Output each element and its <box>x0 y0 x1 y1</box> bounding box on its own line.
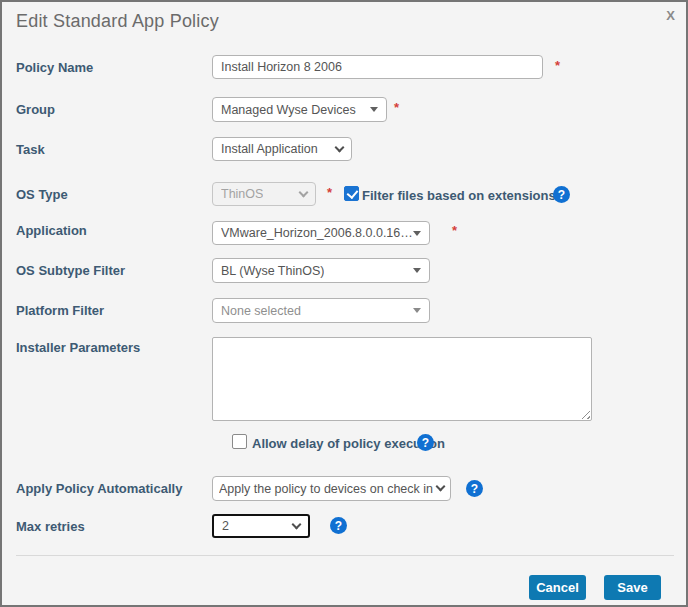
application-label: Application <box>16 223 87 238</box>
group-dropdown[interactable]: Managed Wyse Devices <box>212 97 387 122</box>
os-type-select-value: ThinOS <box>221 187 263 201</box>
filter-files-checkbox[interactable] <box>344 186 359 201</box>
os-type-select: ThinOS <box>212 182 316 206</box>
edit-standard-app-policy-dialog: Edit Standard App Policy X Policy Name *… <box>0 0 688 607</box>
chevron-down-icon <box>436 482 446 492</box>
caret-down-icon <box>413 231 421 236</box>
os-type-required-asterisk: * <box>327 185 332 200</box>
platform-filter-dropdown[interactable]: None selected <box>212 298 430 323</box>
apply-policy-help-icon[interactable]: ? <box>466 480 483 497</box>
caret-down-icon <box>413 308 421 313</box>
task-label: Task <box>16 142 45 157</box>
policy-name-label: Policy Name <box>16 60 93 75</box>
os-subtype-filter-value: BL (Wyse ThinOS) <box>221 264 324 278</box>
apply-policy-label: Apply Policy Automatically <box>16 481 182 496</box>
chevron-down-icon <box>299 187 309 197</box>
filter-files-help-icon[interactable]: ? <box>553 186 570 203</box>
os-subtype-filter-label: OS Subtype Filter <box>16 263 125 278</box>
allow-delay-help-icon[interactable]: ? <box>417 434 434 451</box>
allow-delay-checkbox[interactable] <box>232 434 247 449</box>
group-label: Group <box>16 102 55 117</box>
allow-delay-label: Allow delay of policy execution <box>252 436 445 451</box>
application-dropdown[interactable]: VMware_Horizon_2006.8.0.0.1652 <box>212 221 430 245</box>
application-dropdown-value: VMware_Horizon_2006.8.0.0.1652 <box>221 226 413 240</box>
platform-filter-value: None selected <box>221 304 301 318</box>
platform-filter-label: Platform Filter <box>16 303 104 318</box>
close-icon[interactable]: X <box>666 9 675 23</box>
caret-down-icon <box>370 107 378 112</box>
save-button[interactable]: Save <box>604 575 661 600</box>
footer-divider <box>16 555 674 556</box>
max-retries-label: Max retries <box>16 519 85 534</box>
apply-policy-select-value: Apply the policy to devices on check in <box>219 482 433 496</box>
os-type-label: OS Type <box>16 187 68 202</box>
cancel-button[interactable]: Cancel <box>529 575 586 600</box>
caret-down-icon <box>413 268 421 273</box>
policy-name-input[interactable] <box>212 55 543 79</box>
chevron-down-icon <box>335 142 345 152</box>
application-required-asterisk: * <box>452 223 457 238</box>
task-select[interactable]: Install Application <box>212 137 352 161</box>
dialog-title: Edit Standard App Policy <box>16 11 219 32</box>
installer-parameters-textarea[interactable] <box>212 337 592 421</box>
group-required-asterisk: * <box>394 100 399 115</box>
max-retries-help-icon[interactable]: ? <box>330 517 347 534</box>
task-select-value: Install Application <box>221 142 318 156</box>
policy-name-required-asterisk: * <box>555 58 560 73</box>
filter-files-label: Filter files based on extensions <box>362 188 556 203</box>
os-subtype-filter-dropdown[interactable]: BL (Wyse ThinOS) <box>212 258 430 283</box>
chevron-down-icon <box>292 519 302 529</box>
group-dropdown-value: Managed Wyse Devices <box>221 103 356 117</box>
apply-policy-select[interactable]: Apply the policy to devices on check in <box>212 476 451 501</box>
max-retries-select[interactable]: 2 <box>212 514 310 538</box>
max-retries-select-value: 2 <box>222 519 229 533</box>
installer-parameters-label: Installer Parameters <box>16 340 140 355</box>
